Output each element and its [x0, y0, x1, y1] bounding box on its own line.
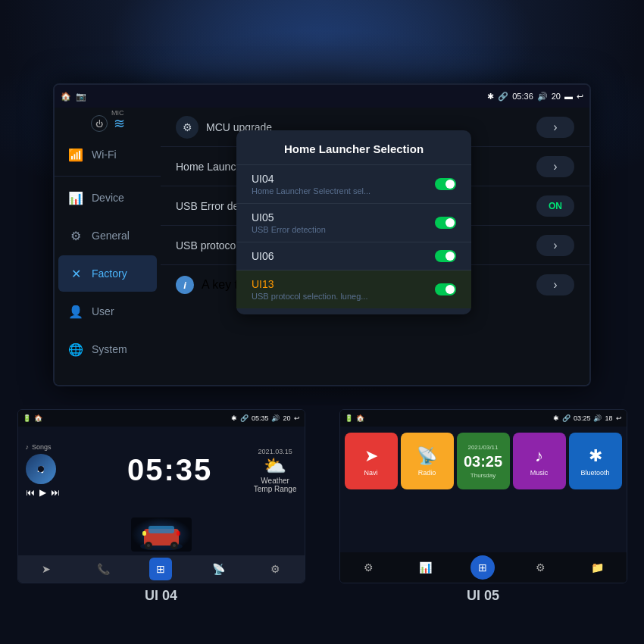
ui13-toggle[interactable] — [435, 283, 456, 295]
music-controls: ⏮ ▶ ⏭ — [26, 487, 86, 498]
radio-icon: 📡 — [417, 446, 437, 466]
factory-icon: ✕ — [67, 265, 84, 282]
ui04-toggle[interactable] — [435, 178, 456, 190]
app-tile-bluetooth[interactable]: ✱ Bluetooth — [569, 433, 622, 489]
sidebar: ⏻ ≋ 📶 Wi-Fi 📊 Device ⚙ General ✕ Factory… — [55, 108, 161, 385]
bottom-screen-ui04: 🔋 🏠 ✱ 🔗 05:35 🔊 20 ↩ — [0, 405, 322, 644]
nav-btn-settings[interactable]: ⚙ — [264, 558, 287, 580]
ui06-left: UI06 — [252, 250, 274, 262]
ui05-status-left: 🔋 🏠 — [345, 414, 364, 422]
dialog-row-ui05[interactable]: UI05 USB Error detection — [236, 204, 471, 242]
wifi-signal-icon: ≋ — [114, 115, 125, 132]
ui04-home-icon: 🏠 — [34, 414, 42, 422]
main-status-bar: 🏠 📷 ✱ 🔗 05:36 🔊 20 ▬ ↩ — [55, 85, 589, 108]
app-tile-navi[interactable]: ➤ Navi — [345, 433, 398, 489]
ui05-id: UI05 — [252, 211, 326, 224]
svg-point-6 — [173, 544, 176, 547]
status-left: 🏠 📷 — [61, 92, 86, 102]
dialog-row-ui13[interactable]: UI13 USB protocol selection. luneg... — [236, 270, 471, 308]
ui05-folder-icon[interactable]: 📁 — [586, 555, 610, 580]
datetime-date: 2021/03/11 — [467, 444, 498, 451]
prev-icon[interactable]: ⏮ — [26, 487, 35, 498]
ui05-toggle[interactable] — [435, 217, 456, 229]
mic-label: MIC — [111, 109, 124, 117]
play-icon[interactable]: ▶ — [39, 487, 46, 498]
power-button[interactable]: ⏻ — [91, 115, 108, 132]
music-disc[interactable]: ♫ — [26, 454, 56, 484]
export-chevron[interactable]: › — [536, 274, 574, 295]
ui05-gear-icon[interactable]: ⚙ — [528, 555, 552, 580]
nav-btn-phone[interactable]: 📞 — [92, 558, 115, 580]
main-screen: 🏠 📷 ✱ 🔗 05:36 🔊 20 ▬ ↩ RST MIC ⏻ ≋ 📶 Wi-… — [53, 83, 591, 386]
svg-rect-8 — [177, 531, 180, 536]
music-note-icon: ♪ — [26, 443, 30, 451]
ui05-chart-icon[interactable]: 📊 — [414, 555, 438, 580]
wifi-icon: 📶 — [67, 146, 84, 163]
ui04-id: UI04 — [252, 173, 370, 185]
songs-label: Songs — [32, 443, 52, 451]
mcu-icon: ⚙ — [176, 116, 199, 139]
ui05-vol: 18 — [605, 414, 612, 422]
back-icon[interactable]: ↩ — [577, 92, 583, 102]
ui04-left: UI04 Home Launcher Selectrent sel... — [252, 173, 370, 195]
info-icon: i — [176, 276, 194, 294]
sidebar-label-factory: Factory — [92, 267, 127, 280]
dialog-row-ui06[interactable]: UI06 — [236, 242, 471, 270]
datetime-time: 03:25 — [464, 454, 502, 469]
svg-rect-2 — [148, 526, 174, 533]
home-icon: 🏠 — [61, 92, 71, 102]
next-icon[interactable]: ⏭ — [51, 487, 60, 498]
general-icon: ⚙ — [67, 227, 84, 244]
sidebar-item-wifi[interactable]: 📶 Wi-Fi — [58, 136, 157, 173]
sidebar-item-general[interactable]: ⚙ General — [58, 217, 157, 254]
ui05-time: 03:25 — [574, 414, 591, 422]
ui05-settings-icon[interactable]: ⚙ — [356, 555, 380, 580]
sidebar-label-general: General — [92, 230, 130, 242]
screenshot-icon: 📷 — [76, 92, 86, 102]
music-label: Music — [530, 469, 549, 477]
battery-icon: ▬ — [564, 92, 573, 101]
ui04-batt-icon: 🔋 — [23, 414, 31, 422]
nav-btn-apps[interactable]: ⊞ — [149, 558, 172, 580]
on-badge[interactable]: ON — [536, 195, 574, 217]
ui04-main-area: ♪ Songs ♫ ⏮ ▶ ⏭ 05:35 — [18, 427, 305, 514]
nav-btn-nav[interactable]: ➤ — [35, 558, 58, 580]
sidebar-label-user: User — [92, 305, 114, 317]
ui06-id: UI06 — [252, 250, 274, 262]
ui06-toggle[interactable] — [435, 250, 456, 262]
ui04-status-left: 🔋 🏠 — [23, 414, 42, 422]
ui04-back[interactable]: ↩ — [294, 414, 300, 422]
launcher-chevron[interactable]: › — [536, 156, 574, 177]
app-tile-radio[interactable]: 📡 Radio — [401, 433, 454, 489]
status-time: 05:36 — [512, 92, 533, 101]
sidebar-item-system[interactable]: 🌐 System — [58, 331, 157, 367]
ui05-wifi-icon: 🔗 — [562, 414, 571, 422]
ui13-left: UI13 USB protocol selection. luneg... — [252, 278, 367, 301]
ui04-label: UI 04 — [145, 588, 177, 604]
car-3d-view — [131, 517, 192, 552]
weather-date: 2021.03.15 — [254, 448, 297, 455]
bottom-section: 🔋 🏠 ✱ 🔗 05:35 🔊 20 ↩ — [0, 405, 644, 644]
device-icon: 📊 — [67, 189, 84, 206]
sidebar-item-device[interactable]: 📊 Device — [58, 180, 157, 216]
wifi-icon-status: 🔗 — [498, 92, 508, 102]
dialog-row-ui04[interactable]: UI04 Home Launcher Selectrent sel... — [236, 165, 471, 204]
ui04-vol-icon: 🔊 — [271, 414, 280, 422]
ui05-home-nav-icon[interactable]: ⊞ — [470, 555, 495, 580]
ui05-back[interactable]: ↩ — [616, 414, 622, 422]
sidebar-controls: ⏻ ≋ — [91, 115, 125, 132]
app-tile-datetime[interactable]: 2021/03/11 03:25 Thursday — [457, 433, 510, 489]
nav-btn-signal[interactable]: 📡 — [207, 558, 230, 580]
sidebar-item-user[interactable]: 👤 User — [58, 293, 157, 330]
ui05-sub: USB Error detection — [252, 225, 326, 234]
music-icon: ♪ — [535, 446, 543, 466]
sidebar-item-factory[interactable]: ✕ Factory — [58, 255, 157, 292]
main-content-area: ⚙ MCU upgrade › Home Launcher... › USB E… — [161, 108, 589, 385]
temp-range-label: Temp Range — [254, 485, 297, 493]
ui05-frame: 🔋 🏠 ✱ 🔗 03:25 🔊 18 ↩ ➤ — [339, 409, 627, 583]
ui05-bt-icon: ✱ — [553, 414, 559, 422]
usb-protocol-chevron[interactable]: › — [536, 235, 574, 256]
mcu-chevron[interactable]: › — [536, 117, 574, 138]
app-tile-music[interactable]: ♪ Music — [513, 433, 566, 489]
ui04-vol: 20 — [283, 414, 290, 422]
